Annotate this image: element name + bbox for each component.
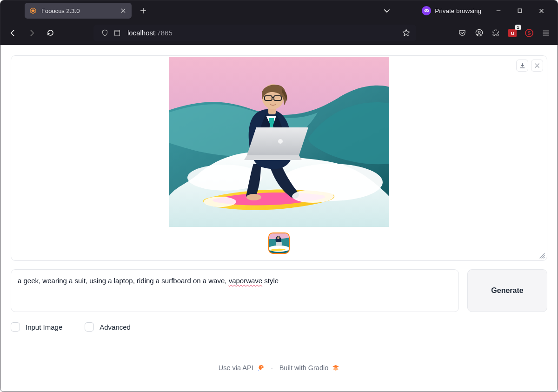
url-text: localhost:7865 xyxy=(125,29,399,37)
mask-icon xyxy=(422,6,431,15)
nav-back-button[interactable] xyxy=(5,25,21,41)
private-browsing-indicator: Private browsing xyxy=(422,6,481,15)
svg-marker-1 xyxy=(32,9,35,12)
rocket-icon xyxy=(257,364,265,372)
browser-window: Fooocus 2.3.0 Private browsing xyxy=(0,0,558,392)
advanced-label: Advanced xyxy=(100,323,131,331)
tabs-dropdown-button[interactable] xyxy=(380,4,394,18)
prompt-textbox[interactable]: a geek, wearing a suit, using a laptop, … xyxy=(11,269,459,312)
built-with-gradio-link[interactable]: Built with Gradio xyxy=(279,364,340,372)
clear-gallery-button[interactable] xyxy=(531,60,543,72)
fooocus-favicon xyxy=(29,7,37,14)
page-info-icon[interactable] xyxy=(113,29,121,37)
prompt-text: a geek, wearing a suit, using a laptop, … xyxy=(18,276,452,286)
toolbar-right-icons: u 1 S xyxy=(452,26,553,40)
app-menu-button[interactable] xyxy=(539,26,553,40)
checkbox-box-icon xyxy=(85,322,94,332)
titlebar: Fooocus 2.3.0 Private browsing xyxy=(0,0,558,21)
account-icon[interactable] xyxy=(472,26,486,40)
advanced-checkbox[interactable]: Advanced xyxy=(85,322,131,332)
gallery-thumbnails xyxy=(268,233,290,254)
browser-tab-active[interactable]: Fooocus 2.3.0 xyxy=(25,3,132,19)
resize-grip-icon[interactable] xyxy=(538,252,545,259)
nav-forward-button[interactable] xyxy=(24,25,40,41)
svg-point-13 xyxy=(246,194,261,200)
svg-point-30 xyxy=(261,366,262,368)
options-row: Input Image Advanced xyxy=(11,322,547,332)
gradio-logo-icon xyxy=(332,364,339,372)
tab-strip: Fooocus 2.3.0 xyxy=(4,0,380,21)
url-bar[interactable]: localhost:7865 xyxy=(93,25,416,41)
svg-point-23 xyxy=(204,197,236,207)
separator-dot: · xyxy=(271,364,273,372)
page-footer: Use via API · Built with Gradio xyxy=(11,364,547,372)
gallery-thumbnail-selected[interactable] xyxy=(268,233,290,254)
svg-rect-5 xyxy=(115,30,120,36)
shield-icon[interactable] xyxy=(101,29,109,37)
output-gallery xyxy=(11,55,547,261)
generated-image-preview[interactable] xyxy=(169,57,389,227)
ublock-icon[interactable]: u 1 xyxy=(505,26,519,40)
svg-rect-28 xyxy=(276,242,282,246)
extensions-icon[interactable] xyxy=(489,26,503,40)
titlebar-right: Private browsing xyxy=(422,2,554,19)
bookmark-star-icon[interactable] xyxy=(399,27,412,40)
input-image-checkbox[interactable]: Input Image xyxy=(11,322,62,332)
input-image-label: Input Image xyxy=(26,323,62,331)
generate-button[interactable]: Generate xyxy=(467,269,547,312)
svg-point-3 xyxy=(427,10,428,11)
checkbox-box-icon xyxy=(11,322,20,332)
navigation-toolbar: localhost:7865 u 1 S xyxy=(0,21,558,45)
svg-marker-32 xyxy=(333,367,339,371)
use-via-api-link[interactable]: Use via API xyxy=(219,364,265,372)
download-image-button[interactable] xyxy=(516,60,528,72)
url-host: localhost xyxy=(127,29,155,37)
url-port: :7865 xyxy=(155,29,173,37)
tab-title: Fooocus 2.3.0 xyxy=(41,7,80,14)
extension-s-icon[interactable]: S xyxy=(522,26,536,40)
window-maximize-button[interactable] xyxy=(509,2,531,19)
nav-reload-button[interactable] xyxy=(42,25,58,41)
svg-point-17 xyxy=(278,139,283,144)
svg-point-2 xyxy=(425,10,426,11)
pocket-icon[interactable] xyxy=(455,26,469,40)
window-close-button[interactable] xyxy=(531,2,552,19)
window-minimize-button[interactable] xyxy=(488,2,509,19)
close-tab-button[interactable] xyxy=(120,7,127,14)
extension-badge: 1 xyxy=(515,25,521,30)
svg-point-22 xyxy=(292,190,334,203)
private-browsing-label: Private browsing xyxy=(435,7,481,14)
svg-point-7 xyxy=(478,31,480,33)
page-content: a geek, wearing a suit, using a laptop, … xyxy=(0,45,558,392)
new-tab-button[interactable] xyxy=(136,4,150,18)
svg-rect-4 xyxy=(518,9,522,13)
prompt-row: a geek, wearing a suit, using a laptop, … xyxy=(11,269,547,312)
